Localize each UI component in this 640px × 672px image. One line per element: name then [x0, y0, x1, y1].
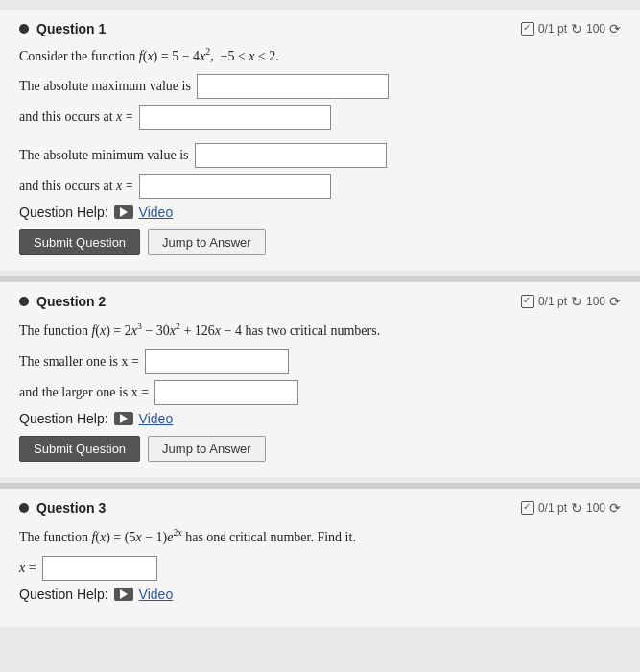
video-icon-3 [114, 588, 133, 601]
question-3-problem: The function f(x) = (5x − 1)e2x has one … [19, 525, 621, 548]
q2-smaller-row: The smaller one is x = [19, 349, 621, 374]
question-3-label: Question 3 [36, 500, 106, 516]
q3-x-input[interactable] [42, 556, 157, 581]
question-3-title: Question 3 [19, 500, 106, 516]
question-1-title: Question 1 [19, 21, 106, 36]
q3-x-row: x = [19, 556, 621, 581]
question-2-block: Question 2 0/1 pt ↻ 100 ⟳ The function f… [0, 282, 640, 477]
q2-help-row: Question Help: Video [19, 411, 621, 426]
q1-max-label: The absolute maximum value is [19, 79, 191, 94]
q2-jump-button[interactable]: Jump to Answer [148, 436, 266, 462]
question-1-problem: Consider the function f(x) = 5 − 4x2, −5… [19, 46, 621, 64]
q3-help-row: Question Help: Video [19, 587, 621, 602]
q2-btn-row: Submit Question Jump to Answer [19, 436, 621, 462]
tries-icon-3: ⟳ [609, 500, 621, 516]
video-icon-2 [114, 412, 133, 425]
question-3-tries: 100 [586, 501, 605, 515]
q1-btn-row: Submit Question Jump to Answer [19, 229, 621, 255]
check-icon-2 [521, 295, 534, 308]
question-2-header: Question 2 0/1 pt ↻ 100 ⟳ [19, 294, 621, 309]
question-1-block: Question 1 0/1 pt ↻ 100 ⟳ Consider the f… [0, 10, 640, 271]
q1-video-label: Video [139, 204, 174, 220]
tries-icon-2: ⟳ [609, 294, 621, 309]
question-3-block: Question 3 0/1 pt ↻ 100 ⟳ The function f… [0, 489, 640, 627]
q1-max-x-label: and this occurs at x = [19, 109, 133, 125]
question-1-meta: 0/1 pt ↻ 100 ⟳ [521, 21, 621, 36]
question-2-score: 0/1 pt [538, 295, 567, 308]
q2-smaller-input[interactable] [145, 349, 289, 374]
q2-larger-label: and the larger one is x = [19, 385, 149, 400]
q1-min-x-label: and this occurs at x = [19, 179, 133, 194]
q1-min-x-input[interactable] [139, 174, 331, 199]
video-icon [114, 205, 133, 219]
question-2-problem: The function f(x) = 2x3 − 30x2 + 126x − … [19, 319, 621, 342]
q1-max-x-row: and this occurs at x = [19, 105, 621, 130]
q2-larger-row: and the larger one is x = [19, 380, 621, 405]
q1-min-x-row: and this occurs at x = [19, 174, 621, 199]
q2-submit-button[interactable]: Submit Question [19, 436, 140, 462]
question-1-label: Question 1 [36, 21, 106, 36]
q2-larger-input[interactable] [154, 380, 298, 405]
question-1-header: Question 1 0/1 pt ↻ 100 ⟳ [19, 21, 621, 36]
question-2-label: Question 2 [36, 294, 106, 309]
q1-max-x-input[interactable] [139, 105, 331, 130]
q1-jump-button[interactable]: Jump to Answer [148, 229, 266, 255]
q1-max-input[interactable] [197, 74, 389, 99]
page: Question 1 0/1 pt ↻ 100 ⟳ Consider the f… [0, 0, 640, 672]
question-2-meta: 0/1 pt ↻ 100 ⟳ [521, 294, 621, 309]
question-1-score: 0/1 pt [538, 22, 567, 36]
q1-help-row: Question Help: Video [19, 204, 621, 220]
refresh-icon-3: ↻ [571, 500, 582, 516]
q1-max-row: The absolute maximum value is [19, 74, 621, 99]
check-icon [521, 22, 534, 36]
tries-icon: ⟳ [609, 21, 621, 36]
q1-min-input[interactable] [195, 143, 387, 168]
bullet-icon-3 [19, 503, 29, 513]
question-1-tries: 100 [586, 22, 605, 36]
q1-min-label: The absolute minimum value is [19, 148, 189, 163]
q3-video-label: Video [139, 587, 174, 602]
q2-video-label: Video [139, 411, 174, 426]
bullet-icon-2 [19, 297, 29, 306]
q1-submit-button[interactable]: Submit Question [19, 229, 140, 255]
q1-min-row: The absolute minimum value is [19, 143, 621, 168]
q2-help-label: Question Help: [19, 411, 108, 426]
q1-help-label: Question Help: [19, 204, 108, 220]
check-icon-3 [521, 501, 534, 515]
q3-help-label: Question Help: [19, 587, 108, 602]
q3-x-label: x = [19, 561, 36, 576]
bullet-icon [19, 24, 29, 34]
refresh-icon-2: ↻ [571, 294, 582, 309]
question-2-title: Question 2 [19, 294, 106, 309]
refresh-icon: ↻ [571, 21, 582, 36]
question-3-meta: 0/1 pt ↻ 100 ⟳ [521, 500, 621, 516]
question-3-score: 0/1 pt [538, 501, 567, 515]
q2-smaller-label: The smaller one is x = [19, 354, 139, 370]
question-2-tries: 100 [586, 295, 605, 308]
question-3-header: Question 3 0/1 pt ↻ 100 ⟳ [19, 500, 621, 516]
